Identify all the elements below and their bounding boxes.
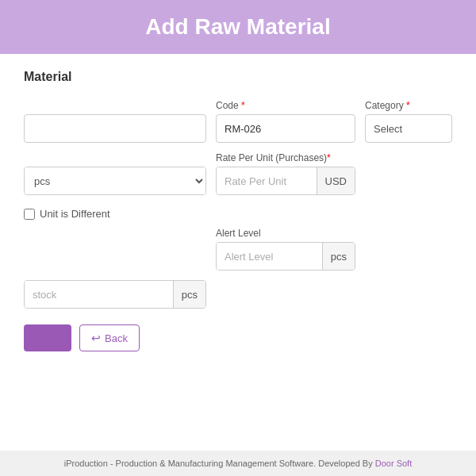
unit-select-wrapper: pcs: [24, 167, 206, 195]
name-label: [24, 100, 206, 111]
unit-different-checkbox[interactable]: [24, 209, 35, 220]
category-label: Category *: [365, 100, 452, 111]
unit-dropdown-group: pcs: [24, 152, 206, 195]
alert-level-input[interactable]: [217, 242, 322, 271]
alert-level-group: Alert Level pcs: [216, 228, 355, 271]
section-title: Material: [24, 70, 452, 84]
row-5: pcs: [24, 280, 452, 309]
rate-input-wrapper: USD: [216, 167, 355, 195]
stock-input[interactable]: [25, 280, 173, 309]
row-1: Code * Category * Select: [24, 100, 452, 143]
footer-text: iProduction - Production & Manufacturing…: [64, 459, 375, 468]
buttons-row: ↩ Back: [24, 324, 452, 351]
currency-unit-label: USD: [317, 167, 355, 194]
stock-unit-label: pcs: [173, 281, 205, 308]
save-button[interactable]: [24, 324, 71, 351]
code-field-group: Code *: [216, 100, 355, 143]
name-field-group: [24, 100, 206, 143]
row-2: pcs Rate Per Unit (Purchases)* USD: [24, 152, 452, 195]
footer-link[interactable]: Door Soft: [375, 459, 412, 468]
category-select-button[interactable]: Select: [365, 114, 452, 143]
row-4: Alert Level pcs: [24, 228, 452, 271]
row-3: Unit is Different: [24, 205, 452, 220]
main-content: Material Code * Category * Select: [0, 54, 476, 451]
back-icon: ↩: [91, 332, 101, 344]
footer: iProduction - Production & Manufacturing…: [0, 451, 476, 476]
alert-input-wrapper: pcs: [216, 242, 355, 271]
stock-input-group: pcs: [24, 280, 206, 309]
page-title: Add Raw Material: [16, 14, 460, 40]
name-input[interactable]: [24, 114, 206, 143]
alert-unit-label: pcs: [322, 243, 355, 270]
unit-select[interactable]: pcs: [25, 167, 205, 194]
stock-left-group: [24, 253, 206, 271]
checkbox-group: Unit is Different: [24, 208, 206, 220]
back-label: Back: [105, 332, 128, 344]
unit-different-label: Unit is Different: [40, 208, 110, 220]
rate-field-group: Rate Per Unit (Purchases)* USD: [216, 152, 355, 195]
rate-input[interactable]: [217, 167, 317, 195]
page-header: Add Raw Material: [0, 0, 476, 54]
code-label: Code *: [216, 100, 355, 111]
rate-label: Rate Per Unit (Purchases)*: [216, 152, 355, 163]
category-field-group: Category * Select: [365, 100, 452, 143]
stock-left-label: [24, 253, 206, 264]
stock-input-wrapper: pcs: [24, 280, 206, 309]
code-input[interactable]: [216, 114, 355, 143]
alert-level-label: Alert Level: [216, 228, 355, 239]
stock-left-text: [24, 267, 206, 271]
back-button[interactable]: ↩ Back: [79, 324, 140, 351]
unit-dropdown-label: [24, 152, 206, 163]
